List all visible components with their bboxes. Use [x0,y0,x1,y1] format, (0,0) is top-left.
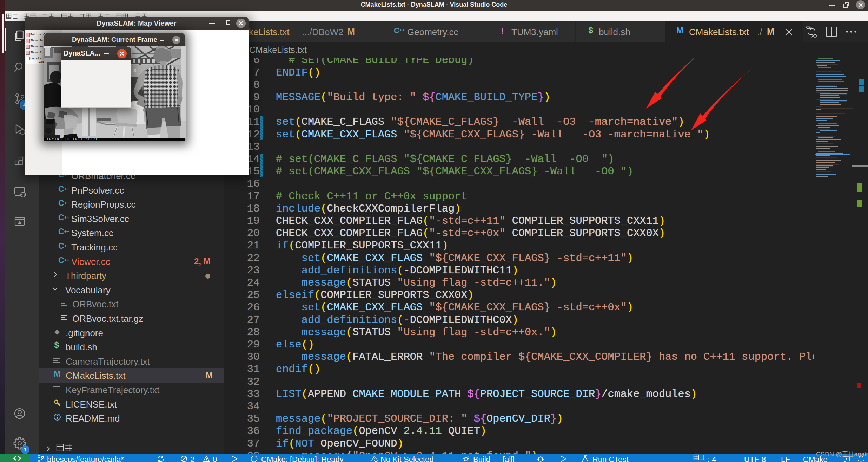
svg-text:x: x [133,67,137,73]
